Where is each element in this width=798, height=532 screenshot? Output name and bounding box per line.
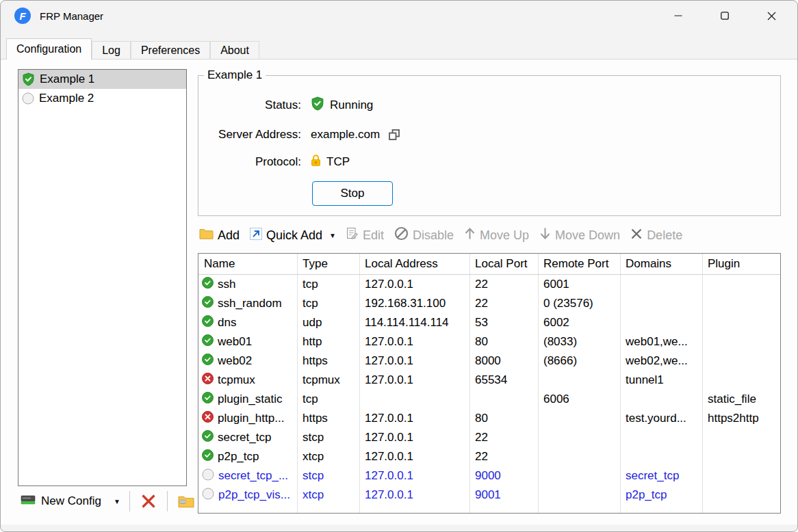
cell-local-port: 8000 <box>469 354 538 368</box>
proxy-name: plugin_http... <box>218 412 284 425</box>
groupbox-title: Example 1 <box>204 68 266 82</box>
folder-icon <box>199 228 214 243</box>
cell-type: http <box>297 335 359 349</box>
tab-label: Log <box>102 44 120 57</box>
proxy-toolbar: Add Quick Add ▼ Edit Disable <box>199 224 682 247</box>
table-row[interactable]: plugin_statictcp6006static_file <box>198 390 780 409</box>
cell-domains: web02,we... <box>620 354 702 368</box>
tab-label: About <box>220 44 249 57</box>
table-row[interactable]: web02https127.0.0.18000(8666)web02,we... <box>198 351 780 371</box>
stop-button[interactable]: Stop <box>312 181 393 206</box>
server-address-label: Server Address: <box>198 128 301 142</box>
copy-icon <box>388 129 400 141</box>
cell-plugin: https2http <box>702 412 780 425</box>
cell-local-address: 127.0.0.1 <box>359 335 469 349</box>
proxy-name: plugin_static <box>218 393 283 406</box>
column-header[interactable]: Type <box>297 257 359 271</box>
chevron-down-icon: ▼ <box>114 498 120 505</box>
green-check-icon <box>202 277 214 292</box>
quick-add-button[interactable]: Quick Add ▼ <box>250 228 336 243</box>
config-list-item[interactable]: Example 1 <box>18 70 186 89</box>
delete-proxy-button[interactable]: Delete <box>630 228 682 243</box>
column-header[interactable]: Local Port <box>469 257 538 271</box>
proxy-name: ssh_random <box>218 297 282 310</box>
gray-circle-icon <box>202 488 214 503</box>
config-actions-bar: New Config ▼ <box>18 489 198 514</box>
gray-circle-icon <box>202 468 214 484</box>
proxy-table-header: NameTypeLocal AddressLocal PortRemote Po… <box>198 254 780 275</box>
copy-address-button[interactable] <box>388 129 400 141</box>
column-header[interactable]: Remote Port <box>538 257 620 271</box>
chevron-down-icon: ▼ <box>329 232 336 239</box>
cell-local-port: 80 <box>469 412 538 425</box>
app-window: F FRP Manager ConfigurationLogPreference… <box>0 0 798 532</box>
proxy-table-body: sshtcp127.0.0.1226001ssh_randomtcp192.16… <box>198 275 780 505</box>
table-row[interactable]: tcpmuxtcpmux127.0.0.165534tunnel1 <box>198 371 780 390</box>
table-row[interactable]: dnsudp114.114.114.114536002 <box>198 313 780 332</box>
cell-local-port: 22 <box>469 450 538 464</box>
column-header[interactable]: Plugin <box>702 257 780 271</box>
column-header[interactable]: Local Address <box>359 257 469 271</box>
table-row[interactable]: p2p_tcpxtcp127.0.0.122 <box>198 447 780 466</box>
cell-local-address: 127.0.0.1 <box>359 450 469 464</box>
tab-log[interactable]: Log <box>92 41 131 59</box>
quick-add-label: Quick Add <box>266 228 322 243</box>
table-row[interactable]: p2p_tcp_vis...xtcp127.0.0.19001p2p_tcp <box>198 486 780 505</box>
configuration-tab-page: Example 1Example 2 New Config ▼ Example … <box>1 59 798 524</box>
delete-config-button[interactable] <box>136 490 161 512</box>
close-icon <box>767 12 776 21</box>
tab-configuration[interactable]: Configuration <box>6 38 92 59</box>
tab-about[interactable]: About <box>210 41 259 59</box>
proxy-table: NameTypeLocal AddressLocal PortRemote Po… <box>198 253 781 514</box>
green-shield-icon <box>22 72 35 86</box>
move-down-label: Move Down <box>555 228 620 243</box>
quick-add-icon <box>250 228 262 243</box>
maximize-button[interactable] <box>702 1 748 31</box>
arrow-up-icon <box>464 227 476 243</box>
tab-label: Preferences <box>141 44 200 57</box>
table-row[interactable]: secret_tcp_...stcp127.0.0.19000secret_tc… <box>198 466 780 486</box>
open-config-folder-button[interactable] <box>174 490 198 512</box>
cell-remote-port: 6006 <box>538 393 620 406</box>
tab-bar: ConfigurationLogPreferencesAbout <box>1 38 797 59</box>
green-check-icon <box>202 296 214 311</box>
config-list-item[interactable]: Example 2 <box>18 89 186 108</box>
table-row[interactable]: plugin_http...https127.0.0.180test.yourd… <box>198 409 780 428</box>
cell-type: tcp <box>297 297 359 310</box>
column-header[interactable]: Domains <box>620 257 702 271</box>
disable-proxy-button[interactable]: Disable <box>394 226 454 244</box>
cell-type: tcp <box>297 278 359 291</box>
cell-remote-port: 0 (23576) <box>538 297 620 310</box>
add-proxy-button[interactable]: Add <box>199 228 240 243</box>
move-down-button[interactable]: Move Down <box>539 227 620 243</box>
column-header[interactable]: Name <box>198 257 297 271</box>
cell-local-port: 53 <box>469 316 538 330</box>
green-check-icon <box>202 315 214 330</box>
cell-type: xtcp <box>297 488 359 502</box>
new-config-button[interactable]: New Config ▼ <box>18 492 123 511</box>
edit-proxy-button[interactable]: Edit <box>346 227 384 243</box>
table-row[interactable]: secret_tcpstcp127.0.0.122 <box>198 428 780 447</box>
proxy-name: secret_tcp <box>218 431 271 444</box>
proxy-name: p2p_tcp_vis... <box>218 488 290 502</box>
green-check-icon <box>202 392 214 407</box>
cell-remote-port: (8033) <box>538 335 620 349</box>
minimize-button[interactable] <box>655 1 702 31</box>
close-button[interactable] <box>748 1 795 31</box>
cell-local-address: 127.0.0.1 <box>359 469 469 483</box>
table-row[interactable]: sshtcp127.0.0.1226001 <box>198 275 780 294</box>
cell-type: xtcp <box>297 450 359 464</box>
cell-local-address: 127.0.0.1 <box>359 278 469 291</box>
lock-icon <box>311 154 321 170</box>
new-config-label: New Config <box>41 494 101 508</box>
config-detail-groupbox: Example 1 Status: Running Server Address… <box>198 75 781 216</box>
cell-local-address: 127.0.0.1 <box>359 431 469 444</box>
status-running-icon <box>311 96 324 114</box>
table-row[interactable]: ssh_randomtcp192.168.31.100220 (23576) <box>198 294 780 313</box>
zip-folder-icon <box>178 495 194 508</box>
tab-preferences[interactable]: Preferences <box>131 41 210 59</box>
green-check-icon <box>202 449 214 464</box>
move-up-button[interactable]: Move Up <box>464 227 529 243</box>
table-row[interactable]: web01http127.0.0.180(8033)web01,we... <box>198 332 780 351</box>
cell-local-address: 192.168.31.100 <box>359 297 469 310</box>
